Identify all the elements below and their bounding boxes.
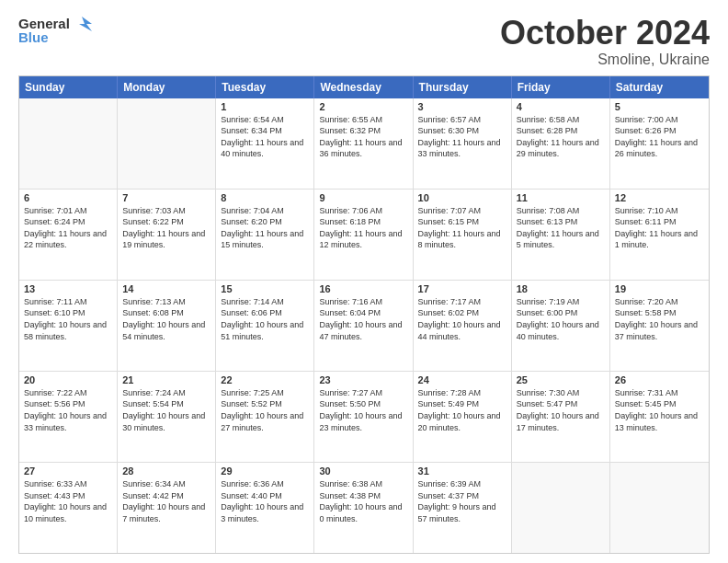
calendar-header-cell: Monday [118,76,216,98]
cell-info: Sunrise: 7:01 AM Sunset: 6:24 PM Dayligh… [24,205,112,251]
cell-info: Sunrise: 7:04 AM Sunset: 6:20 PM Dayligh… [221,205,309,251]
cell-info: Sunrise: 6:39 AM Sunset: 4:37 PM Dayligh… [418,478,506,524]
calendar-cell: 25Sunrise: 7:30 AM Sunset: 5:47 PM Dayli… [512,372,610,462]
calendar-cell: 1Sunrise: 6:54 AM Sunset: 6:34 PM Daylig… [216,98,314,189]
title-block: October 2024 Smoline, Ukraine [500,15,710,68]
cell-info: Sunrise: 6:33 AM Sunset: 4:43 PM Dayligh… [24,478,112,524]
calendar-row: 6Sunrise: 7:01 AM Sunset: 6:24 PM Daylig… [19,189,709,280]
calendar-cell: 11Sunrise: 7:08 AM Sunset: 6:13 PM Dayli… [512,190,610,280]
day-number: 26 [615,374,704,385]
calendar-cell: 17Sunrise: 7:17 AM Sunset: 6:02 PM Dayli… [414,281,512,371]
calendar-cell: 12Sunrise: 7:10 AM Sunset: 6:11 PM Dayli… [610,190,709,280]
cell-info: Sunrise: 7:14 AM Sunset: 6:06 PM Dayligh… [221,296,309,342]
cell-info: Sunrise: 7:00 AM Sunset: 6:26 PM Dayligh… [615,114,704,160]
day-number: 18 [517,283,605,294]
cell-info: Sunrise: 7:22 AM Sunset: 5:56 PM Dayligh… [24,387,112,433]
cell-info: Sunrise: 7:25 AM Sunset: 5:52 PM Dayligh… [221,387,309,433]
calendar-cell: 26Sunrise: 7:31 AM Sunset: 5:45 PM Dayli… [610,372,709,462]
day-number: 17 [418,283,506,294]
day-number: 11 [517,192,605,203]
day-number: 29 [221,465,309,477]
calendar-cell: 23Sunrise: 7:27 AM Sunset: 5:50 PM Dayli… [314,372,413,462]
cell-info: Sunrise: 7:11 AM Sunset: 6:10 PM Dayligh… [24,296,112,342]
cell-info: Sunrise: 6:57 AM Sunset: 6:30 PM Dayligh… [418,114,506,160]
cell-info: Sunrise: 6:38 AM Sunset: 4:38 PM Dayligh… [319,478,407,524]
day-number: 20 [24,374,112,385]
cell-info: Sunrise: 7:10 AM Sunset: 6:11 PM Dayligh… [615,205,704,251]
cell-info: Sunrise: 7:31 AM Sunset: 5:45 PM Dayligh… [615,387,704,433]
cell-info: Sunrise: 6:36 AM Sunset: 4:40 PM Dayligh… [221,478,309,524]
calendar-title: October 2024 [500,15,710,52]
calendar-cell: 28Sunrise: 6:34 AM Sunset: 4:42 PM Dayli… [118,463,216,553]
calendar-cell: 16Sunrise: 7:16 AM Sunset: 6:04 PM Dayli… [314,281,413,371]
calendar-cell: 3Sunrise: 6:57 AM Sunset: 6:30 PM Daylig… [414,98,512,189]
calendar-cell: 9Sunrise: 7:06 AM Sunset: 6:18 PM Daylig… [314,190,413,280]
calendar-cell [610,463,709,553]
calendar-header-cell: Sunday [19,76,118,98]
calendar-cell: 20Sunrise: 7:22 AM Sunset: 5:56 PM Dayli… [19,372,118,462]
day-number: 5 [615,101,704,112]
logo: General Blue [18,15,92,45]
cell-info: Sunrise: 7:17 AM Sunset: 6:02 PM Dayligh… [418,296,506,342]
calendar-cell: 30Sunrise: 6:38 AM Sunset: 4:38 PM Dayli… [314,463,413,553]
calendar-cell: 15Sunrise: 7:14 AM Sunset: 6:06 PM Dayli… [216,281,314,371]
day-number: 2 [319,101,407,112]
calendar-cell [19,98,118,189]
day-number: 21 [122,374,210,385]
cell-info: Sunrise: 7:30 AM Sunset: 5:47 PM Dayligh… [517,387,605,433]
calendar-cell: 6Sunrise: 7:01 AM Sunset: 6:24 PM Daylig… [19,190,118,280]
calendar-header-cell: Wednesday [314,76,413,98]
calendar-cell: 8Sunrise: 7:04 AM Sunset: 6:20 PM Daylig… [216,190,314,280]
calendar: SundayMondayTuesdayWednesdayThursdayFrid… [18,75,710,554]
calendar-cell: 22Sunrise: 7:25 AM Sunset: 5:52 PM Dayli… [216,372,314,462]
day-number: 1 [221,101,309,112]
cell-info: Sunrise: 7:19 AM Sunset: 6:00 PM Dayligh… [517,296,605,342]
calendar-cell: 7Sunrise: 7:03 AM Sunset: 6:22 PM Daylig… [118,190,216,280]
day-number: 30 [319,465,407,477]
calendar-header: SundayMondayTuesdayWednesdayThursdayFrid… [19,76,709,98]
calendar-cell: 19Sunrise: 7:20 AM Sunset: 5:58 PM Dayli… [610,281,709,371]
day-number: 22 [221,374,309,385]
day-number: 25 [517,374,605,385]
calendar-row: 27Sunrise: 6:33 AM Sunset: 4:43 PM Dayli… [19,462,709,553]
calendar-cell: 27Sunrise: 6:33 AM Sunset: 4:43 PM Dayli… [19,463,118,553]
day-number: 24 [418,374,506,385]
day-number: 10 [418,192,506,203]
calendar-row: 1Sunrise: 6:54 AM Sunset: 6:34 PM Daylig… [19,98,709,189]
calendar-row: 13Sunrise: 7:11 AM Sunset: 6:10 PM Dayli… [19,280,709,371]
header: General Blue October 2024 Smoline, Ukrai… [18,15,710,68]
calendar-header-cell: Saturday [610,76,709,98]
calendar-header-cell: Thursday [414,76,512,98]
cell-info: Sunrise: 7:06 AM Sunset: 6:18 PM Dayligh… [319,205,407,251]
day-number: 6 [24,192,112,203]
day-number: 19 [615,283,704,294]
cell-info: Sunrise: 7:03 AM Sunset: 6:22 PM Dayligh… [122,205,210,251]
calendar-cell: 10Sunrise: 7:07 AM Sunset: 6:15 PM Dayli… [414,190,512,280]
day-number: 14 [122,283,210,294]
logo-bird-icon [72,15,92,31]
calendar-cell: 29Sunrise: 6:36 AM Sunset: 4:40 PM Dayli… [216,463,314,553]
day-number: 15 [221,283,309,294]
page: General Blue October 2024 Smoline, Ukrai… [0,0,728,563]
cell-info: Sunrise: 6:54 AM Sunset: 6:34 PM Dayligh… [221,114,309,160]
cell-info: Sunrise: 6:55 AM Sunset: 6:32 PM Dayligh… [319,114,407,160]
cell-info: Sunrise: 6:58 AM Sunset: 6:28 PM Dayligh… [517,114,605,160]
day-number: 8 [221,192,309,203]
day-number: 7 [122,192,210,203]
calendar-cell: 13Sunrise: 7:11 AM Sunset: 6:10 PM Dayli… [19,281,118,371]
cell-info: Sunrise: 7:28 AM Sunset: 5:49 PM Dayligh… [418,387,506,433]
calendar-header-cell: Tuesday [216,76,314,98]
calendar-cell: 18Sunrise: 7:19 AM Sunset: 6:00 PM Dayli… [512,281,610,371]
calendar-cell: 4Sunrise: 6:58 AM Sunset: 6:28 PM Daylig… [512,98,610,189]
calendar-location: Smoline, Ukraine [500,52,710,68]
calendar-cell [512,463,610,553]
svg-marker-0 [79,17,92,31]
day-number: 12 [615,192,704,203]
day-number: 3 [418,101,506,112]
cell-info: Sunrise: 6:34 AM Sunset: 4:42 PM Dayligh… [122,478,210,524]
day-number: 16 [319,283,407,294]
calendar-cell: 31Sunrise: 6:39 AM Sunset: 4:37 PM Dayli… [414,463,512,553]
logo-blue-text: Blue [18,29,49,45]
calendar-cell: 24Sunrise: 7:28 AM Sunset: 5:49 PM Dayli… [414,372,512,462]
calendar-body: 1Sunrise: 6:54 AM Sunset: 6:34 PM Daylig… [19,98,709,553]
